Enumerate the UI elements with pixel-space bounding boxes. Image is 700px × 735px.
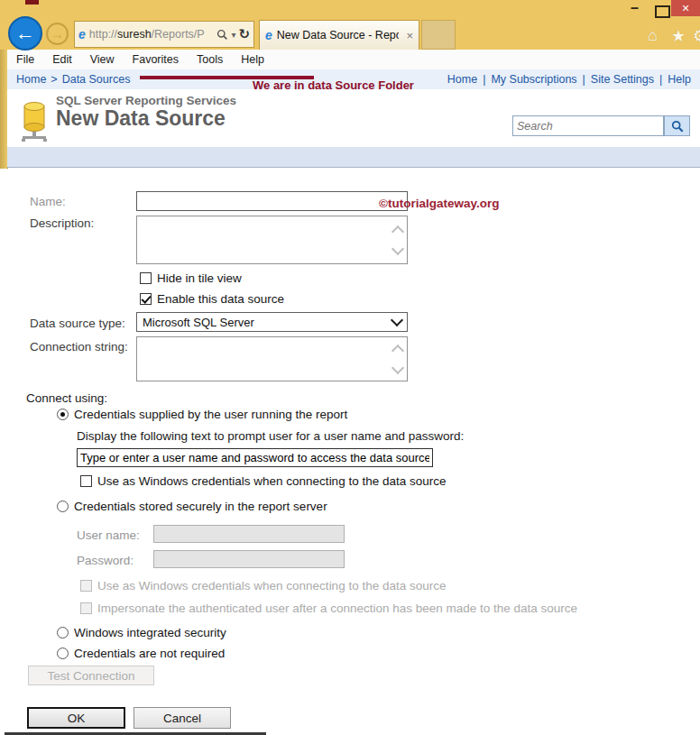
use-windows-credentials-row: Use as Windows credentials when connecti… bbox=[80, 474, 446, 488]
impersonate-checkbox bbox=[80, 602, 92, 614]
username-label: User name: bbox=[77, 528, 140, 542]
hide-in-tile-view-label: Hide in tile view bbox=[157, 271, 242, 285]
impersonate-row: Impersonate the authenticated user after… bbox=[80, 602, 577, 615]
cancel-button[interactable]: Cancel bbox=[134, 707, 231, 729]
back-arrow-icon: ← bbox=[15, 22, 35, 45]
credentials-stored-row: Credentials stored securely in the repor… bbox=[57, 500, 327, 513]
search-icon bbox=[671, 120, 684, 133]
credentials-stored-radio[interactable] bbox=[57, 501, 69, 512]
breadcrumb: Home > Data Sources bbox=[7, 73, 130, 86]
new-data-source-form: Name: ©tutorialgateway.org Description: … bbox=[0, 169, 700, 735]
description-label: Description: bbox=[30, 216, 94, 230]
chevron-down-icon[interactable]: ▾ bbox=[231, 30, 235, 40]
breadcrumb-separator: > bbox=[51, 73, 57, 86]
username-input bbox=[153, 525, 345, 543]
link-site-settings[interactable]: Site Settings bbox=[591, 73, 654, 86]
connection-string-label: Connection string: bbox=[30, 340, 128, 354]
credentials-supplied-label: Credentials supplied by the user running… bbox=[74, 408, 347, 421]
close-button[interactable]: ✕ bbox=[671, 0, 700, 16]
minimize-button[interactable]: – bbox=[631, 0, 639, 16]
windows-integrated-row: Windows integrated security bbox=[57, 626, 226, 639]
database-icon bbox=[18, 98, 54, 143]
screenshot-artifact bbox=[25, 0, 39, 5]
use-windows-credentials-disabled-row: Use as Windows credentials when connecti… bbox=[80, 579, 446, 593]
menu-view[interactable]: View bbox=[90, 53, 115, 66]
menu-help[interactable]: Help bbox=[241, 53, 264, 66]
menu-bar: File Edit View Favorites Tools Help bbox=[7, 50, 700, 69]
password-label: Password: bbox=[77, 554, 134, 567]
use-windows-credentials-disabled-checkbox bbox=[80, 580, 92, 592]
link-home[interactable]: Home bbox=[447, 73, 477, 86]
tab-favicon-icon: e bbox=[265, 28, 272, 42]
link-separator: | bbox=[483, 73, 485, 86]
connection-string-textarea[interactable] bbox=[136, 336, 408, 381]
impersonate-label: Impersonate the authenticated user after… bbox=[97, 602, 577, 615]
name-input[interactable] bbox=[136, 191, 408, 211]
menu-file[interactable]: File bbox=[16, 53, 34, 66]
description-textarea[interactable] bbox=[136, 216, 408, 264]
browser-tab[interactable]: e New Data Source - Report ... × bbox=[259, 20, 419, 50]
name-label: Name: bbox=[30, 195, 66, 208]
url-text: http://suresh/Reports/P bbox=[89, 28, 205, 41]
page-header: SQL Server Reporting Services New Data S… bbox=[7, 89, 700, 147]
top-links: Home | My Subscriptions | Site Settings … bbox=[447, 73, 700, 86]
home-icon[interactable]: ⌂ bbox=[648, 26, 658, 45]
windows-integrated-radio[interactable] bbox=[57, 627, 69, 639]
link-separator: | bbox=[659, 73, 662, 86]
credentials-not-required-row: Credentials are not required bbox=[57, 647, 225, 660]
tab-close-icon[interactable]: × bbox=[406, 29, 413, 42]
search-input[interactable] bbox=[512, 115, 664, 136]
enable-data-source-row: Enable this data source bbox=[140, 292, 284, 306]
credentials-supplied-row: Credentials supplied by the user running… bbox=[57, 408, 347, 421]
use-windows-credentials-disabled-label: Use as Windows credentials when connecti… bbox=[97, 579, 446, 593]
scroll-up-icon[interactable] bbox=[391, 225, 404, 238]
data-source-type-label: Data source type: bbox=[30, 317, 125, 330]
forward-button[interactable]: → bbox=[46, 23, 69, 45]
enable-data-source-label: Enable this data source bbox=[157, 292, 284, 306]
scroll-up-icon[interactable] bbox=[391, 345, 404, 357]
maximize-button[interactable] bbox=[655, 5, 670, 18]
hide-in-tile-view-row: Hide in tile view bbox=[140, 271, 242, 285]
new-tab-button[interactable] bbox=[421, 20, 456, 50]
connect-using-label: Connect using: bbox=[26, 391, 107, 405]
windows-integrated-label: Windows integrated security bbox=[74, 626, 226, 639]
hide-in-tile-view-checkbox[interactable] bbox=[140, 272, 152, 284]
data-source-type-value: Microsoft SQL Server bbox=[143, 316, 254, 329]
menu-favorites[interactable]: Favorites bbox=[133, 53, 179, 66]
link-separator: | bbox=[583, 73, 585, 86]
credentials-not-required-radio[interactable] bbox=[57, 648, 69, 659]
menu-edit[interactable]: Edit bbox=[52, 53, 72, 66]
scroll-down-icon[interactable] bbox=[391, 243, 404, 255]
ie-icon: e bbox=[78, 27, 86, 41]
prompt-text-input[interactable] bbox=[77, 448, 433, 467]
breadcrumb-home-link[interactable]: Home bbox=[16, 73, 46, 86]
tab-title: New Data Source - Report ... bbox=[277, 29, 399, 41]
credentials-not-required-label: Credentials are not required bbox=[74, 647, 225, 660]
menu-tools[interactable]: Tools bbox=[197, 53, 223, 66]
search-button[interactable] bbox=[664, 115, 690, 136]
search-icon[interactable] bbox=[216, 29, 228, 41]
link-help[interactable]: Help bbox=[668, 73, 691, 86]
enable-data-source-checkbox[interactable] bbox=[140, 293, 152, 305]
annotation-text: We are in data Source Folder bbox=[253, 78, 414, 92]
credentials-stored-label: Credentials stored securely in the repor… bbox=[74, 500, 327, 513]
use-windows-credentials-checkbox[interactable] bbox=[80, 475, 92, 487]
password-input bbox=[153, 550, 345, 568]
page-title: New Data Source bbox=[56, 106, 226, 131]
favorites-star-icon[interactable]: ★ bbox=[671, 26, 686, 46]
gear-icon[interactable]: ⚙ bbox=[693, 26, 700, 46]
use-windows-credentials-label: Use as Windows credentials when connecti… bbox=[97, 474, 446, 488]
test-connection-button: Test Connection bbox=[28, 666, 154, 685]
browser-window: ← → e http://suresh/Reports/P ▾ ↻ e New … bbox=[0, 0, 700, 735]
app-name: SQL Server Reporting Services bbox=[56, 94, 236, 107]
link-my-subscriptions[interactable]: My Subscriptions bbox=[491, 73, 576, 86]
close-icon: ✕ bbox=[681, 3, 689, 14]
data-source-type-select[interactable]: Microsoft SQL Server bbox=[136, 312, 408, 332]
ok-button[interactable]: OK bbox=[27, 707, 125, 729]
scroll-down-icon[interactable] bbox=[391, 362, 404, 374]
address-bar[interactable]: e http://suresh/Reports/P ▾ ↻ bbox=[74, 21, 254, 48]
refresh-icon[interactable]: ↻ bbox=[238, 26, 250, 42]
back-button[interactable]: ← bbox=[8, 16, 42, 51]
credentials-supplied-radio[interactable] bbox=[57, 409, 69, 420]
breadcrumb-datasources-link[interactable]: Data Sources bbox=[62, 73, 131, 86]
